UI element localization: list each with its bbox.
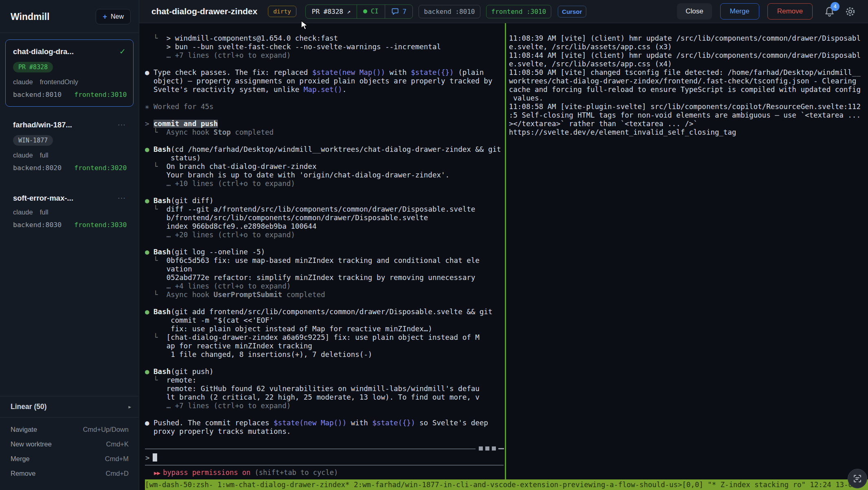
fast-forward-icon: ▶▶ bbox=[154, 470, 163, 476]
terminal-line: vation bbox=[145, 265, 505, 273]
terminal-line: object) — property assignments on proxie… bbox=[145, 77, 505, 85]
log-line: 11:08:44 AM [vite] (client) hmr update /… bbox=[509, 51, 867, 60]
backend-port: backend:8010 bbox=[13, 91, 61, 98]
mode-hint: (shift+tab to cycle) bbox=[254, 468, 338, 477]
tmux-status-bar[interactable]: [wm-dash-50:zsh- 1:wm-chat-dialog-drawer… bbox=[145, 479, 868, 490]
log-line: e.svelte, /src/lib/assets/app.css (x4) bbox=[509, 60, 867, 68]
dirty-badge: dirty bbox=[268, 6, 296, 17]
worktree-tag: claude bbox=[13, 78, 33, 86]
shortcut-keys: Cmd+Up/Down bbox=[83, 426, 129, 433]
plus-icon: + bbox=[103, 14, 107, 20]
text-cursor bbox=[153, 453, 157, 462]
shortcut-row[interactable]: RemoveCmd+D bbox=[11, 470, 129, 477]
worktree-card[interactable]: farhad/win-187...···WIN-1877claudefullba… bbox=[5, 113, 134, 180]
worktree-ports: backend:8010frontend:3010 bbox=[13, 91, 126, 98]
worktree-tags: claudefull bbox=[13, 208, 126, 216]
terminal-line: … +7 lines (ctrl+o to expand) bbox=[145, 402, 505, 410]
dev-log-pane[interactable]: 11:08:39 AM [vite] (client) hmr update /… bbox=[509, 34, 867, 137]
notification-count-badge: 4 bbox=[831, 2, 840, 11]
terminal-line: fix: use plain object instead of Map for… bbox=[145, 325, 505, 333]
external-link-icon: ↗ bbox=[347, 8, 351, 15]
terminal-line bbox=[145, 94, 505, 103]
terminal-line: 1 file changed, 8 insertions(+), 7 delet… bbox=[145, 350, 505, 359]
worktree-title-row: chat-dialog-dra...✓ bbox=[13, 47, 126, 56]
terminal-line bbox=[145, 239, 505, 248]
mouse-pointer bbox=[300, 20, 309, 32]
terminal-line: ● Bash(git diff) bbox=[145, 197, 505, 205]
pr-link[interactable]: PR #8328 ↗ bbox=[306, 5, 357, 18]
sidebar: Windmill + New chat-dialog-dra...✓PR #83… bbox=[0, 0, 139, 490]
terminal-line: └ diff --git a/frontend/src/lib/componen… bbox=[145, 205, 505, 214]
shortcut-keys: Cmd+D bbox=[106, 470, 129, 477]
terminal-line: ● Bash(git add frontend/src/lib/componen… bbox=[145, 308, 505, 316]
log-line: https://svelte.dev/e/element_invalid_sel… bbox=[509, 128, 867, 137]
pane-divider[interactable] bbox=[505, 23, 506, 479]
ci-status[interactable]: CI bbox=[357, 5, 385, 18]
app-window: Windmill + New chat-dialog-dra...✓PR #83… bbox=[0, 0, 868, 490]
ci-label: CI bbox=[371, 8, 379, 15]
worktree-title-row: farhad/win-187...··· bbox=[13, 120, 126, 129]
terminal-line: └ 0bf6c5d563 fix: use map-based minZInde… bbox=[145, 256, 505, 265]
more-options-icon[interactable]: ··· bbox=[118, 121, 126, 129]
prompt-chevron: > bbox=[145, 454, 150, 462]
shortcut-keys: Cmd+K bbox=[106, 440, 129, 448]
frontend-port: frontend:3010 bbox=[74, 91, 127, 98]
terminal-line: ● Bash(cd /home/farhad/Desktop/windmill_… bbox=[145, 145, 505, 154]
worktree-tag: frontendOnly bbox=[40, 78, 78, 86]
claude-terminal-pane[interactable]: └ > windmill-components@1.654.0 check:fa… bbox=[145, 34, 505, 437]
linear-label: Linear (50) bbox=[11, 402, 47, 411]
backend-port-badge[interactable]: backend :8010 bbox=[419, 5, 480, 18]
terminal-prompt[interactable]: > bbox=[145, 452, 157, 462]
linear-section[interactable]: Linear (50) ▸ bbox=[0, 396, 139, 418]
remove-button[interactable]: Remove bbox=[767, 3, 813, 20]
terminal-line: lt branch (2 critical, 22 high, 25 moder… bbox=[145, 393, 505, 402]
floating-panel-button[interactable] bbox=[848, 469, 867, 488]
worktree-card[interactable]: chat-dialog-dra...✓PR #8328claudefronten… bbox=[5, 39, 134, 107]
notifications-button[interactable]: 4 bbox=[824, 6, 835, 17]
terminal-line: ✳ Worked for 45s bbox=[145, 103, 505, 111]
log-line: cache and forcing full-reload to ensure … bbox=[509, 85, 867, 94]
terminal-line: 052abd772e refactor: simplify minZIndex … bbox=[145, 273, 505, 282]
shortcut-row[interactable]: NavigateCmd+Up/Down bbox=[11, 426, 129, 433]
pr-label: PR #8328 bbox=[312, 8, 343, 15]
shortcut-row[interactable]: New worktreeCmd+K bbox=[11, 440, 129, 448]
prompt-border-top bbox=[145, 448, 476, 449]
spinner-dot bbox=[492, 446, 496, 451]
worktree-tags: claudefrontendOnly bbox=[13, 78, 126, 86]
terminal-line: remote: GitHub found 62 vulnerabilities … bbox=[145, 385, 505, 393]
permission-mode-line: ▶▶ bypass permissions on (shift+tab to c… bbox=[154, 468, 338, 477]
header-actions: Close Merge Remove 4 bbox=[677, 3, 856, 20]
new-worktree-button[interactable]: + New bbox=[96, 9, 131, 24]
spinner-dot bbox=[485, 446, 489, 451]
worktree-tag: full bbox=[40, 151, 48, 159]
log-line: 11:08:58 AM [vite-plugin-svelte] src/lib… bbox=[509, 103, 867, 111]
close-button[interactable]: Close bbox=[677, 3, 712, 20]
settings-button[interactable] bbox=[845, 6, 856, 17]
worktree-ports: backend:8030frontend:3030 bbox=[13, 221, 126, 229]
backend-port: backend:8020 bbox=[13, 164, 61, 172]
worktree-title: farhad/win-187... bbox=[13, 120, 72, 129]
terminal-line: … +10 lines (ctrl+o to expand) bbox=[145, 179, 505, 188]
shortcut-row[interactable]: MergeCmd+M bbox=[11, 455, 129, 463]
more-options-icon[interactable]: ··· bbox=[118, 194, 126, 202]
gear-icon bbox=[845, 6, 856, 17]
terminal-line: > bun --bun svelte-fast-check --no-svelt… bbox=[145, 43, 505, 51]
pr-comments[interactable]: 7 bbox=[385, 5, 413, 18]
log-line: ></textarea>` rather than `<textarea ...… bbox=[509, 120, 867, 128]
backend-port: backend:8030 bbox=[13, 221, 61, 229]
worktree-card[interactable]: soft-error-max-...···claudefullbackend:8… bbox=[5, 186, 134, 237]
log-line: 11:08:50 AM [vite] changed tsconfig file… bbox=[509, 68, 867, 77]
worktree-tag: claude bbox=[13, 208, 33, 216]
shortcut-label: Merge bbox=[11, 455, 30, 463]
comment-count: 7 bbox=[403, 8, 407, 15]
pr-status-group: PR #8328 ↗ CI 7 bbox=[305, 4, 413, 19]
app-title: Windmill bbox=[11, 11, 50, 22]
spinner-dot bbox=[479, 446, 483, 451]
cursor-badge[interactable]: Cursor bbox=[558, 6, 586, 18]
terminal-line: > commit and push bbox=[145, 120, 505, 128]
terminal-line: └ > windmill-components@1.654.0 check:fa… bbox=[145, 34, 505, 43]
terminal-line: Your branch is up to date with 'origin/c… bbox=[145, 171, 505, 179]
frontend-port-badge[interactable]: frontend :3010 bbox=[486, 5, 552, 18]
merge-button[interactable]: Merge bbox=[720, 3, 759, 20]
terminal-line: └ remote: bbox=[145, 376, 505, 385]
